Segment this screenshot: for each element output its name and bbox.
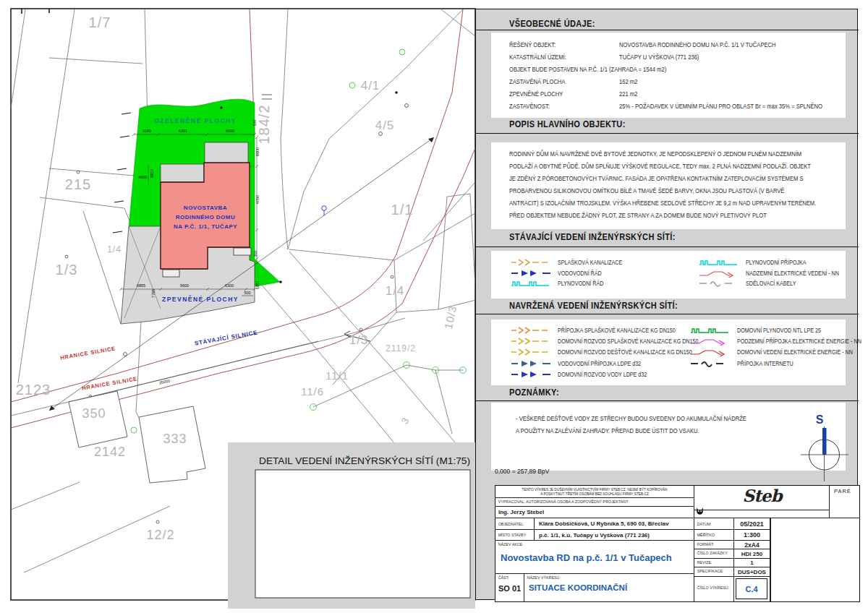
- parcel-label: 12/2: [146, 528, 174, 542]
- section-title-proposed: NAVRŽENÁ VEDENÍ INŽENÝRSKÝCH SÍTÍ:: [509, 301, 678, 311]
- attr-value: 2xA4: [744, 541, 759, 549]
- client-value: Klára Dobšíčková, U Rybníka 5, 690 03, B…: [535, 518, 694, 527]
- general-row-label: ZASTAVĚNÁ PLOCHA: [509, 77, 565, 85]
- sewer-line-symbol: [511, 337, 551, 346]
- parcel-label: 1/1: [391, 202, 414, 218]
- svg-text:4050: 4050: [255, 195, 260, 204]
- section-rule: [476, 314, 859, 314]
- parcel-label: 4/1: [361, 79, 380, 93]
- attr-label-cell: ČÍSLO ZAKÁZKY:: [694, 549, 734, 559]
- attr-value: 1: [750, 560, 753, 566]
- legend-label: VODOVODNÍ PŘÍPOJKA LDPE d32: [558, 360, 641, 367]
- parcel-label: 350: [82, 406, 106, 421]
- drawing-name-label: NÁZEV VÝKRESU:: [524, 574, 680, 580]
- section-title-general: VŠEOBECNÉ ÚDAJE:: [509, 19, 595, 29]
- drawing-no-label: ČÍSLO VÝKRESU:: [694, 577, 731, 590]
- general-row-label: OBJEKT BUDE POSTAVEN NA P.Č. 1/1 (ZAHRAD…: [509, 65, 666, 73]
- section-rule: [476, 400, 859, 401]
- attr-label-cell: REVIZE:: [694, 559, 734, 567]
- notes-box: [491, 403, 846, 471]
- general-row-label: ŘEŠENÝ OBJEKT:: [509, 40, 556, 48]
- legend-label: PODZEMNÍ PŘÍPOJKA ELEKTRICKÉ ENERGIE - N…: [737, 338, 861, 345]
- part-label: ČÁST:: [495, 574, 522, 580]
- engineer-name: Ing. Jerzy Stebel: [495, 507, 694, 515]
- description-line: JE ZDĚNÝ Z PÓROBETONOVÝCH TVÁRNIC. FASÁD…: [509, 174, 804, 182]
- part-cell: ČÁST: SO 01: [495, 574, 524, 601]
- copyright-line: A POSKYTNUT TŘETÍM OSOBÁM BEZ SOUHLASU F…: [501, 492, 689, 496]
- svg-text:6600: 6600: [180, 283, 189, 288]
- attr-value-cell: 2xA4: [734, 541, 770, 549]
- general-row-value: NOVOSTAVBA RODINNÉHO DOMU NA P.Č. 1/1 V …: [619, 40, 776, 48]
- prepared-by-label: VYPRACOVAL, AUTORIZOVANÁ OSOBA A ZODPOVĚ…: [495, 498, 678, 504]
- description-line: RODINNÝ DŮM MÁ NAVRŽENÉ DVĚ BYTOVÉ JEDNO…: [509, 150, 801, 158]
- parcel-label: 4/5: [375, 119, 395, 132]
- section-rule: [476, 247, 859, 247]
- description-line: ANTRACIT) S IZOLAČNÍM TROJSKLEM. VÝŠKA H…: [509, 199, 816, 207]
- comm-line-symbol: [699, 279, 739, 288]
- svg-text:3810: 3810: [150, 169, 154, 178]
- action-name: Novostavba RD na p.č. 1/1 v Tučapech: [495, 546, 694, 563]
- empty-cell: [770, 518, 859, 601]
- legend-label: SPLAŠKOVÁ KANALIZACE: [558, 259, 622, 266]
- detail-title: DETAIL VEDENÍ INŽENÝRSKÝCH SÍTÍ (M1:75): [259, 455, 470, 466]
- info-panel: VŠEOBECNÉ ÚDAJE: ŘEŠENÝ OBJEKT: NOVOSTAV…: [475, 9, 858, 600]
- parcel-label: 2119/2: [386, 343, 416, 353]
- svg-text:6855: 6855: [137, 283, 145, 288]
- note-line: - VEŠKERÉ DEŠŤOVÉ VODY ZE STŘECHY BUDOU …: [516, 414, 746, 422]
- general-row-label: ZPEVNĚNÉ PLOCHY: [509, 90, 563, 98]
- svg-text:530: 530: [252, 119, 257, 126]
- description-line: PŘED OBJEKTEM NEBUDE ŽÁDNÝ PLOT, ZE STRA…: [509, 211, 767, 219]
- svg-text:NOVOSTAVBA: NOVOSTAVBA: [184, 205, 227, 211]
- water-line-symbol: [511, 370, 551, 379]
- engineer-cell: Ing. Jerzy Stebel: [495, 507, 694, 518]
- section-title-notes: POZNÁMKY:: [509, 387, 559, 398]
- attr-label-cell: MĚŘÍTKO:: [694, 530, 734, 541]
- legend-label: NADZEMNÍ ELEKTRICKÉ VEDENÍ - NN: [746, 270, 839, 277]
- parcel-label: 2123: [16, 382, 51, 398]
- parcel-label: 2142: [94, 445, 126, 459]
- section-rule: [476, 30, 859, 30]
- attr-value-cell: 1:300: [734, 530, 770, 541]
- description-line: PROBARVENOU SILIKONOVOU OMÍTKOU BÍLÉ A T…: [509, 187, 784, 194]
- elevation-datum: 0,000 = 257,89 BpV: [495, 468, 549, 475]
- svg-text:RODINNÉHO DOMU: RODINNÉHO DOMU: [176, 214, 236, 220]
- client-label: OBJEDNATEL:: [495, 518, 531, 526]
- drawing-number: C.4: [745, 585, 757, 593]
- parcel-label: 184/2: [256, 104, 272, 144]
- parcel-label: 215: [65, 176, 91, 192]
- site-value-cell: p.č. 1/1, k.ú. Tučapy u Vyškova (771 236…: [535, 530, 694, 541]
- attr-label: MĚŘÍTKO:: [694, 530, 731, 537]
- client-label-cell: OBJEDNATEL:: [495, 518, 535, 530]
- copyright-cell: TENTO VÝKRES JE DUŠEVNÍM VLASTNICTVÍM FI…: [495, 486, 694, 498]
- legend-label: DOMOVNÍ VEDENÍ ELEKTRICKÉ ENERGIE - NN: [737, 348, 853, 356]
- pare-label: PARÉ: [830, 486, 859, 494]
- general-row-value: 221 m2: [619, 90, 637, 98]
- north-needle: [822, 428, 827, 455]
- drawing-name-cell: NÁZEV VÝKRESU: SITUACE KOORDINAČNÍ: [524, 574, 694, 601]
- attr-label-cell: DATUM:: [694, 518, 734, 530]
- note-line: A POUŽITY NA ZALÉVÁNÍ ZAHRADY. PŘEPAD BU…: [516, 426, 699, 434]
- general-row-label: KATASTRÁLNÍ ÚZEMÍ:: [509, 53, 566, 61]
- site-value: p.č. 1/1, k.ú. Tučapy u Vyškova (771 236…: [535, 530, 694, 539]
- attr-value-cell: 1: [734, 559, 770, 567]
- gas-line-symbol: [699, 258, 739, 267]
- parcel-label: 1/4: [386, 284, 405, 298]
- section-title-description: POPIS HLAVNÍHO OBJEKTU:: [509, 119, 626, 129]
- svg-text:7765: 7765: [151, 289, 156, 298]
- logo-text: Steb: [743, 486, 782, 505]
- svg-text:5851: 5851: [255, 280, 260, 289]
- client-value-cell: Klára Dobšíčková, U Rybníka 5, 690 03, B…: [535, 518, 694, 530]
- sewer-line-symbol: [511, 348, 551, 356]
- legend-label: PLYNOVODNÍ ŘÁD: [558, 280, 603, 287]
- parcel-label: 1/3: [56, 262, 78, 278]
- drawing-name: SITUACE KOORDINAČNÍ: [524, 580, 694, 592]
- svg-text:NA P.Č. 1/1, TUČAPY: NA P.Č. 1/1, TUČAPY: [174, 223, 237, 230]
- attr-label-cell: SPECIFIKACE:: [694, 567, 734, 577]
- svg-text:500: 500: [244, 291, 250, 295]
- legend-label: SDĚLOVACÍ KABELY: [746, 280, 796, 287]
- attr-label: SPECIFIKACE:: [694, 567, 731, 573]
- legend-label: DOMOVNÍ ROZVOD SPLAŠKOVÉ KANALIZACE KG D…: [558, 338, 698, 345]
- legend-label: PŘÍPOJKA INTERNETU: [737, 360, 793, 367]
- parcel-label: 333: [163, 432, 187, 446]
- parcel-label: 1/7: [89, 14, 111, 30]
